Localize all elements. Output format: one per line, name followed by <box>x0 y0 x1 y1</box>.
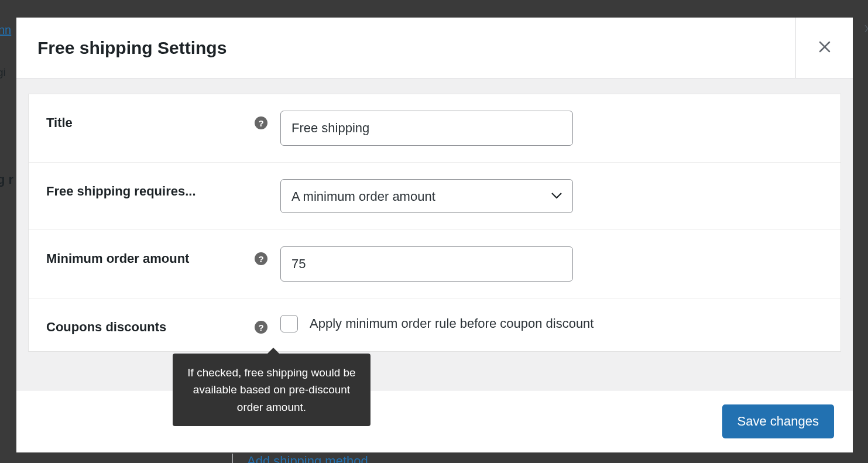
bg-label-fragment-1: gi <box>0 66 6 79</box>
minimum-amount-row: Minimum order amount ? <box>29 230 840 299</box>
requires-select[interactable]: A minimum order amount <box>280 179 573 213</box>
coupons-label: Coupons discounts <box>46 320 249 335</box>
modal-title: Free shipping Settings <box>37 38 227 58</box>
requires-label: Free shipping requires... <box>46 184 267 199</box>
help-icon[interactable]: ? <box>255 321 267 334</box>
title-input[interactable] <box>280 111 573 146</box>
modal-footer: Save changes <box>16 390 853 452</box>
title-row: Title ? <box>29 94 840 163</box>
form-container: Title ? Free shipping requires... A mini… <box>28 94 841 352</box>
modal-header: Free shipping Settings <box>16 18 853 78</box>
coupons-checkbox-label: Apply minimum order rule before coupon d… <box>310 316 593 331</box>
bg-add-shipping-button: Add shipping method <box>232 454 368 463</box>
modal-body: Title ? Free shipping requires... A mini… <box>16 78 853 390</box>
minimum-amount-input[interactable] <box>280 246 573 282</box>
help-icon[interactable]: ? <box>255 116 267 129</box>
close-button[interactable] <box>795 18 853 78</box>
coupons-tooltip: If checked, free shipping would be avail… <box>173 354 370 426</box>
settings-modal: Free shipping Settings Title ? <box>16 18 853 452</box>
title-label: Title <box>46 115 249 131</box>
bg-right-fragment: x <box>864 20 868 36</box>
coupons-checkbox[interactable] <box>280 315 298 332</box>
coupons-row: Coupons discounts ? Apply minimum order … <box>29 299 840 351</box>
close-icon <box>818 39 831 57</box>
help-icon[interactable]: ? <box>255 252 267 265</box>
bg-label-fragment-2: g r <box>0 172 13 187</box>
bg-link-fragment: nn <box>0 23 11 37</box>
minimum-amount-label: Minimum order amount <box>46 251 249 266</box>
save-button[interactable]: Save changes <box>722 404 834 438</box>
requires-row: Free shipping requires... A minimum orde… <box>29 163 840 230</box>
